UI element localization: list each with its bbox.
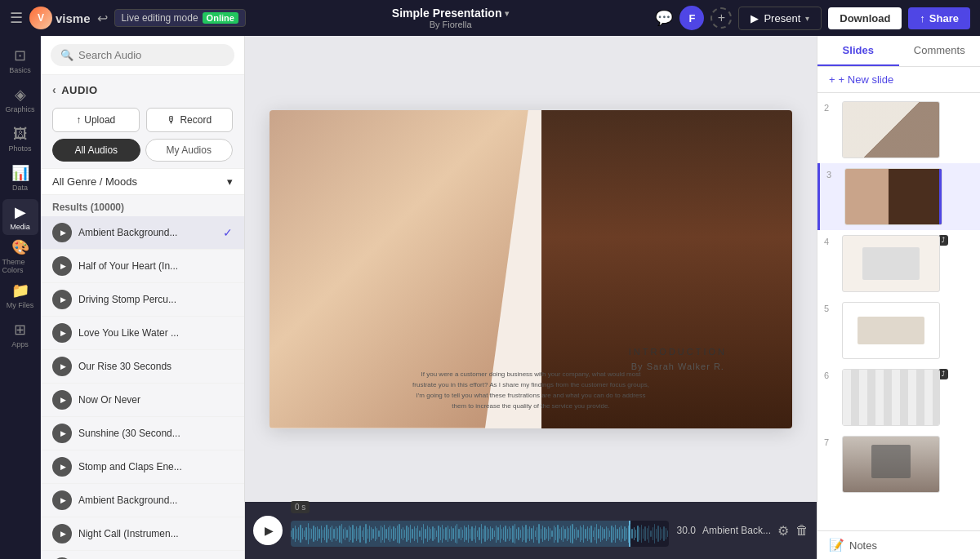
slide-number: 3 xyxy=(826,168,840,180)
sidebar-item-apps[interactable]: ⊞ Apps xyxy=(2,317,38,353)
sidebar-item-data[interactable]: 📊 Data xyxy=(2,160,38,196)
slide-preview xyxy=(842,369,940,426)
timeline-play-button[interactable]: ▶ xyxy=(253,516,283,545)
slide-number: 6 xyxy=(824,369,837,380)
sidebar-item-media[interactable]: ▶ Media xyxy=(2,199,38,235)
list-item[interactable]: ▶ Good Chilling Vibe (3... xyxy=(41,551,244,559)
sidebar-item-my-files[interactable]: 📁 My Files xyxy=(2,277,38,313)
sidebar-item-graphics[interactable]: ◈ Graphics xyxy=(2,82,38,118)
list-item[interactable]: ▶ Now Or Never xyxy=(41,384,244,417)
slide-thumb[interactable]: 7 xyxy=(817,431,980,498)
record-button[interactable]: 🎙 Record xyxy=(146,108,234,132)
slide-canvas[interactable]: INTRODUCTION By Sarah Walker R. If you w… xyxy=(245,36,817,502)
timeline-wrapper[interactable]: 0 s xyxy=(291,514,669,547)
play-circle-icon[interactable]: ▶ xyxy=(52,256,72,276)
list-item[interactable]: ▶ Our Rise 30 Seconds xyxy=(41,350,244,384)
timeline-right: 30.0 Ambient Back... ⚙ 🗑 xyxy=(677,523,808,539)
slide-thumb[interactable]: 3 xyxy=(817,163,980,230)
slide-thumb[interactable]: 6 ⤴ xyxy=(817,364,980,431)
play-circle-icon[interactable]: ▶ xyxy=(52,290,72,309)
search-icon: 🔍 xyxy=(60,49,74,61)
slide-description: If you were a customer doing business wi… xyxy=(408,370,653,411)
search-bar: 🔍 xyxy=(41,36,244,75)
slide-number: 5 xyxy=(824,302,837,313)
sidebar-item-basics[interactable]: ⊡ Basics xyxy=(2,42,38,78)
waveform xyxy=(291,521,669,547)
tab-comments[interactable]: Comments xyxy=(899,36,981,66)
right-panel: Slides Comments + + New slide 2 3 xyxy=(817,36,980,559)
audio-panel: 🔍 ‹ AUDIO ↑ Upload 🎙 Record All Audios M… xyxy=(41,36,245,559)
slide-thumb[interactable]: 2 xyxy=(817,96,980,163)
presentation-subtitle: By Fiorella xyxy=(430,20,472,29)
live-editing-label: Live editing mode xyxy=(122,12,198,24)
notes-bar[interactable]: 📝 Notes xyxy=(817,530,980,559)
play-circle-icon[interactable]: ▶ xyxy=(52,490,72,510)
new-slide-button[interactable]: + + New slide xyxy=(817,67,980,93)
trash-icon[interactable]: 🗑 xyxy=(795,523,808,538)
genre-filter[interactable]: All Genre / Moods ▾ xyxy=(41,168,244,195)
search-input[interactable] xyxy=(78,49,225,61)
slide-preview xyxy=(844,168,942,225)
timeline-track[interactable] xyxy=(291,521,669,547)
slide-preview xyxy=(842,101,940,158)
audio-track-duration: 30.0 xyxy=(677,525,696,536)
list-item[interactable]: ▶ Stomp and Claps Ene... xyxy=(41,450,244,484)
topbar: ☰ V visme ↩ Live editing mode Online Sim… xyxy=(0,0,980,36)
present-play-icon: ▶ xyxy=(751,12,759,24)
tab-slides[interactable]: Slides xyxy=(817,36,899,66)
graphics-icon: ◈ xyxy=(15,86,26,104)
list-item[interactable]: ▶ Driving Stomp Percu... xyxy=(41,283,244,317)
sidebar-item-theme-colors[interactable]: 🎨 Theme Colors xyxy=(2,238,38,274)
play-circle-icon[interactable]: ▶ xyxy=(52,524,72,543)
my-files-icon: 📁 xyxy=(11,282,29,299)
slide-thumb[interactable]: 5 xyxy=(817,297,980,364)
add-collaborator-button[interactable]: + xyxy=(710,7,732,29)
upload-record-row: ↑ Upload 🎙 Record xyxy=(41,101,244,139)
settings-icon[interactable]: ⚙ xyxy=(777,523,789,539)
tab-all-audios[interactable]: All Audios xyxy=(52,139,140,162)
slide-thumb[interactable]: 4 ⤴ xyxy=(817,230,980,297)
present-button[interactable]: ▶ Present ▾ xyxy=(738,7,822,30)
slide-list: 2 3 4 ⤴ 5 xyxy=(817,93,980,530)
back-chevron-icon[interactable]: ‹ xyxy=(52,83,56,96)
audio-track-name: Ambient Back... xyxy=(702,525,771,536)
list-item[interactable]: ▶ Sunshine (30 Second... xyxy=(41,417,244,450)
tab-my-audios[interactable]: My Audios xyxy=(145,139,234,162)
avatar[interactable]: F xyxy=(679,6,704,30)
list-item[interactable]: ▶ Night Call (Instrumen... xyxy=(41,517,244,551)
title-chevron-icon: ▾ xyxy=(505,9,509,18)
canvas-area: INTRODUCTION By Sarah Walker R. If you w… xyxy=(245,36,817,559)
slide-number: 4 xyxy=(824,235,837,246)
list-item[interactable]: ▶ Love You Like Water ... xyxy=(41,317,244,350)
check-icon: ✓ xyxy=(223,226,233,239)
upload-button[interactable]: ↑ Upload xyxy=(52,108,140,132)
download-button[interactable]: Download xyxy=(828,7,902,29)
presentation-title[interactable]: Simple Presentation ▾ xyxy=(392,7,510,20)
audio-header: ‹ AUDIO xyxy=(41,75,244,101)
slide-preview xyxy=(842,436,940,493)
slide-content: INTRODUCTION By Sarah Walker R. If you w… xyxy=(270,110,792,428)
undo-icon[interactable]: ↩ xyxy=(97,11,108,26)
sidebar-item-photos[interactable]: 🖼 Photos xyxy=(2,121,38,157)
genre-filter-label: All Genre / Moods xyxy=(52,175,137,188)
play-circle-icon[interactable]: ▶ xyxy=(52,357,72,376)
play-circle-icon[interactable]: ▶ xyxy=(52,323,72,343)
list-item[interactable]: ▶ Ambient Background... ✓ xyxy=(41,216,244,250)
search-wrapper[interactable]: 🔍 xyxy=(51,44,234,66)
comment-button[interactable]: 💬 xyxy=(655,9,673,27)
list-item[interactable]: ▶ Ambient Background... xyxy=(41,484,244,517)
slide-preview xyxy=(842,235,940,292)
play-circle-icon[interactable]: ▶ xyxy=(52,390,72,410)
live-editing-badge: Live editing mode Online xyxy=(114,9,246,27)
list-item[interactable]: ▶ Half of Your Heart (In... xyxy=(41,250,244,283)
share-button[interactable]: ↑ Share xyxy=(908,7,970,29)
audio-header-label: AUDIO xyxy=(61,84,97,96)
timeline-bar: ▶ 0 s 30.0 Ambient Back... ⚙ 🗑 xyxy=(245,502,817,559)
play-circle-icon[interactable]: ▶ xyxy=(52,223,72,242)
play-circle-icon[interactable]: ▶ xyxy=(52,424,72,443)
play-circle-icon[interactable]: ▶ xyxy=(52,457,72,477)
hamburger-icon[interactable]: ☰ xyxy=(10,9,23,27)
main-layout: ⊡ Basics ◈ Graphics 🖼 Photos 📊 Data ▶ Me… xyxy=(0,36,980,559)
data-icon: 📊 xyxy=(11,164,29,182)
visme-logo-text: visme xyxy=(56,11,91,25)
